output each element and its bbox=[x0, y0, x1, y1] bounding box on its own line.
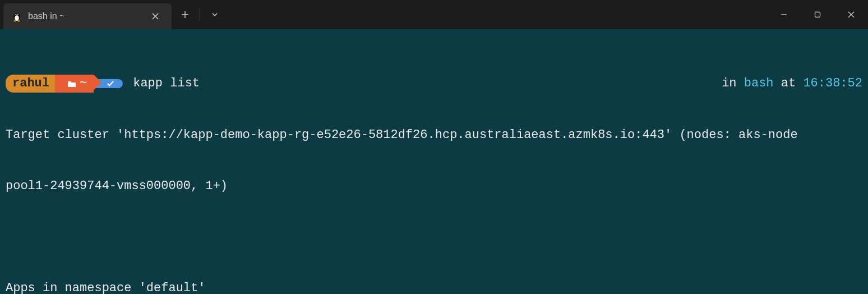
close-window-button[interactable] bbox=[834, 0, 868, 29]
maximize-button[interactable] bbox=[801, 0, 834, 29]
titlebar: bash in ~ bbox=[0, 0, 868, 29]
tilde-label: ~ bbox=[80, 75, 87, 92]
blank-line bbox=[6, 229, 862, 246]
prompt-right-info: in bash at 16:38:52 bbox=[722, 75, 862, 92]
tab-divider bbox=[200, 8, 200, 21]
prompt-path-segment: ~ bbox=[55, 75, 94, 93]
check-icon bbox=[106, 80, 115, 88]
output-target-line2: pool1-24939744-vmss000000, 1+) bbox=[6, 178, 862, 195]
minimize-button[interactable] bbox=[767, 0, 801, 29]
svg-point-4 bbox=[16, 14, 16, 15]
tab-close-button[interactable] bbox=[147, 8, 164, 25]
output-apps-namespace: Apps in namespace 'default' bbox=[6, 280, 862, 294]
svg-point-5 bbox=[17, 14, 18, 15]
tab-dropdown-button[interactable] bbox=[201, 0, 228, 29]
new-tab-button[interactable] bbox=[172, 0, 198, 29]
folder-icon bbox=[67, 80, 76, 88]
window-controls bbox=[767, 0, 868, 29]
tab-controls bbox=[172, 0, 228, 29]
output-target-line1: Target cluster 'https://kapp-demo-kapp-r… bbox=[6, 127, 862, 144]
prompt-user-segment: rahul bbox=[6, 75, 55, 93]
tab-title: bash in ~ bbox=[28, 11, 141, 21]
command-text: kapp list bbox=[133, 75, 200, 92]
tux-penguin-icon bbox=[11, 11, 22, 22]
svg-rect-8 bbox=[815, 12, 820, 17]
prompt-line: rahul ~ kapp list in bash at 16:38:52 bbox=[6, 75, 862, 93]
svg-point-7 bbox=[17, 20, 20, 21]
svg-point-6 bbox=[13, 20, 16, 21]
terminal-tab[interactable]: bash in ~ bbox=[3, 3, 172, 29]
terminal-body[interactable]: rahul ~ kapp list in bash at 16:38:52 Ta… bbox=[0, 29, 868, 294]
